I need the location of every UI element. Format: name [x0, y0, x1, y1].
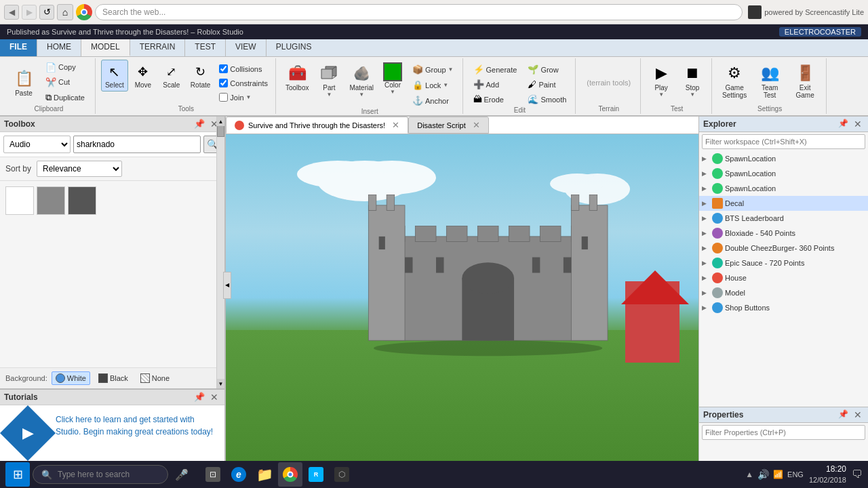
scrollbar-down-btn[interactable]: ▼	[217, 379, 224, 388]
select-btn[interactable]: ↖ Select	[101, 60, 128, 92]
explorer-item-shop[interactable]: ▶ Shop Buttons	[699, 300, 868, 315]
explorer-item-house[interactable]: ▶ House	[699, 270, 868, 285]
spawn3-arrow[interactable]: ▶	[702, 185, 710, 192]
add-btn[interactable]: ➕ Add	[469, 77, 522, 92]
play-dropdown[interactable]: ▼	[658, 92, 664, 98]
scrollbar-up-btn[interactable]: ▲	[217, 117, 224, 126]
ribbon-tab-test[interactable]: TEST	[185, 39, 226, 56]
grow-btn[interactable]: 🌱 Grow	[523, 62, 571, 77]
ribbon-tab-view[interactable]: VIEW	[226, 39, 267, 56]
ribbon-tab-model[interactable]: MODEL	[81, 39, 130, 56]
rotate-btn[interactable]: ↻ Rotate	[186, 60, 214, 92]
disaster-script-close[interactable]: ✕	[473, 120, 480, 130]
properties-close-btn[interactable]: ✕	[852, 409, 864, 420]
up-arrow-icon[interactable]: ▲	[745, 470, 753, 479]
house-arrow[interactable]: ▶	[702, 274, 710, 281]
spawn1-arrow[interactable]: ▶	[702, 155, 710, 162]
taskbar-mic-btn[interactable]: 🎤	[171, 464, 193, 485]
game-settings-btn[interactable]: ⚙ GameSettings	[717, 60, 751, 102]
lock-dropdown[interactable]: ▼	[443, 82, 448, 88]
material-btn[interactable]: 🪨 Material ▼	[345, 60, 378, 100]
explorer-item-spawn2[interactable]: ▶ SpawnLocation	[699, 166, 868, 181]
viewport-scene[interactable]	[226, 134, 698, 461]
explorer-item-cheezburger[interactable]: ▶ Double CheezBurger- 360 Points	[699, 241, 868, 256]
sort-select[interactable]: Relevance Most Visited Recently Updated	[37, 161, 122, 177]
tutorials-diamond-icon[interactable]: ▶	[0, 405, 56, 461]
taskbar-search-bar[interactable]: 🔍 Type here to search	[33, 465, 168, 484]
left-scroll-arrow[interactable]: ◀	[223, 272, 231, 299]
play-btn[interactable]: ▶ Play ▼	[646, 60, 676, 100]
viewport-tab-disaster-script[interactable]: Disaster Script ✕	[408, 117, 489, 134]
viewport-tab-disasters[interactable]: Survive and Thrive through the Disasters…	[226, 117, 408, 134]
lock-btn[interactable]: 🔒 Lock ▼	[408, 78, 458, 92]
ribbon-tab-plugins[interactable]: PLUGINS	[267, 39, 321, 56]
toolbox-pin-btn[interactable]: 📌	[192, 119, 207, 129]
explorer-pin-btn[interactable]: 📌	[836, 119, 850, 129]
taskbar-view-btn[interactable]: ⊡	[201, 462, 225, 487]
bg-white-option[interactable]: White	[52, 371, 90, 385]
bg-none-option[interactable]: None	[136, 371, 174, 385]
bloxiade-arrow[interactable]: ▶	[702, 230, 710, 237]
explorer-item-spawn3[interactable]: ▶ SpawnLocation	[699, 181, 868, 196]
explorer-item-spawn1[interactable]: ▶ SpawnLocation	[699, 151, 868, 166]
forward-btn[interactable]: ▶	[22, 5, 37, 20]
ribbon-tab-home[interactable]: HOME	[37, 39, 81, 56]
notifications-btn[interactable]: 🗨	[852, 468, 863, 481]
result-item-placeholder1[interactable]	[5, 186, 34, 215]
explorer-filter-input[interactable]	[702, 134, 865, 149]
join-checkbox[interactable]	[219, 93, 228, 102]
erode-btn[interactable]: 🏔 Erode	[469, 92, 522, 106]
shop-arrow[interactable]: ▶	[702, 304, 710, 311]
paint-btn[interactable]: 🖌 Paint	[523, 77, 571, 92]
bg-black-option[interactable]: Black	[94, 371, 132, 385]
toolbox-btn[interactable]: 🧰 Toolbox	[281, 60, 313, 94]
explorer-item-bloxiade[interactable]: ▶ Bloxiade - 540 Points	[699, 226, 868, 241]
explorer-item-model[interactable]: ▶ Model	[699, 285, 868, 300]
model-arrow[interactable]: ▶	[702, 289, 710, 296]
anchor-btn[interactable]: ⚓ Anchor	[408, 94, 458, 108]
exit-game-btn[interactable]: 🚪 ExitGame	[788, 60, 822, 102]
start-button[interactable]: ⊞	[5, 462, 30, 487]
toolbox-category-select[interactable]: Audio Models Decals Plugins Videos	[3, 136, 71, 153]
taskbar-ie-btn[interactable]: e	[226, 462, 251, 487]
team-test-btn[interactable]: 👥 TeamTest	[753, 60, 787, 102]
collisions-check[interactable]: Collisions	[216, 62, 271, 75]
constraints-check[interactable]: Constraints	[216, 77, 271, 89]
properties-filter-input[interactable]	[702, 425, 865, 440]
address-bar[interactable]: Search the web...	[95, 4, 743, 20]
result-item-placeholder3[interactable]	[68, 186, 96, 215]
part-dropdown[interactable]: ▼	[326, 92, 332, 98]
move-btn[interactable]: ✥ Move	[130, 60, 157, 92]
stop-dropdown[interactable]: ▼	[690, 92, 695, 98]
network-icon[interactable]: 📶	[773, 470, 783, 479]
constraints-checkbox[interactable]	[219, 79, 228, 87]
join-dropdown-arrow[interactable]: ▼	[246, 94, 252, 100]
spawn2-arrow[interactable]: ▶	[702, 170, 710, 177]
explorer-item-bts[interactable]: ▶ BTS Leaderboard	[699, 211, 868, 226]
toolbox-scrollbar[interactable]: ▲ ▼	[216, 117, 224, 388]
decal-arrow[interactable]: ▶	[702, 200, 710, 207]
explorer-item-epic-sauce[interactable]: ▶ Epic Sauce - 720 Points	[699, 256, 868, 270]
properties-pin-btn[interactable]: 📌	[836, 409, 850, 420]
taskbar-extra-btn[interactable]: ⬡	[330, 462, 354, 487]
paste-btn[interactable]: 📋 Paste	[8, 65, 39, 100]
taskbar-roblox-btn[interactable]: R	[304, 462, 328, 487]
color-dropdown[interactable]: ▼	[390, 89, 395, 95]
taskbar-chrome-btn[interactable]	[278, 462, 302, 487]
disasters-tab-close[interactable]: ✕	[392, 120, 399, 130]
stop-btn[interactable]: ⏹ Stop ▼	[677, 60, 707, 100]
explorer-close-btn[interactable]: ✕	[852, 119, 864, 129]
smooth-btn[interactable]: 🌊 Smooth	[523, 92, 571, 106]
tutorials-pin-btn[interactable]: 📌	[192, 392, 207, 403]
bts-arrow[interactable]: ▶	[702, 215, 710, 222]
speaker-icon[interactable]: 🔊	[757, 469, 769, 480]
taskbar-folder-btn[interactable]: 📁	[252, 462, 277, 487]
epic-arrow[interactable]: ▶	[702, 260, 710, 266]
home-btn[interactable]: ⌂	[57, 4, 73, 20]
tutorials-close-btn[interactable]: ✕	[208, 392, 220, 403]
tutorials-text[interactable]: Click here to learn and get started with…	[56, 413, 216, 438]
ribbon-tab-terrain[interactable]: TERRAIN	[130, 39, 186, 56]
cut-btn[interactable]: ✂️ Cut	[41, 75, 90, 89]
collisions-checkbox[interactable]	[219, 64, 228, 73]
explorer-item-decal[interactable]: ▶ Decal	[699, 196, 868, 211]
